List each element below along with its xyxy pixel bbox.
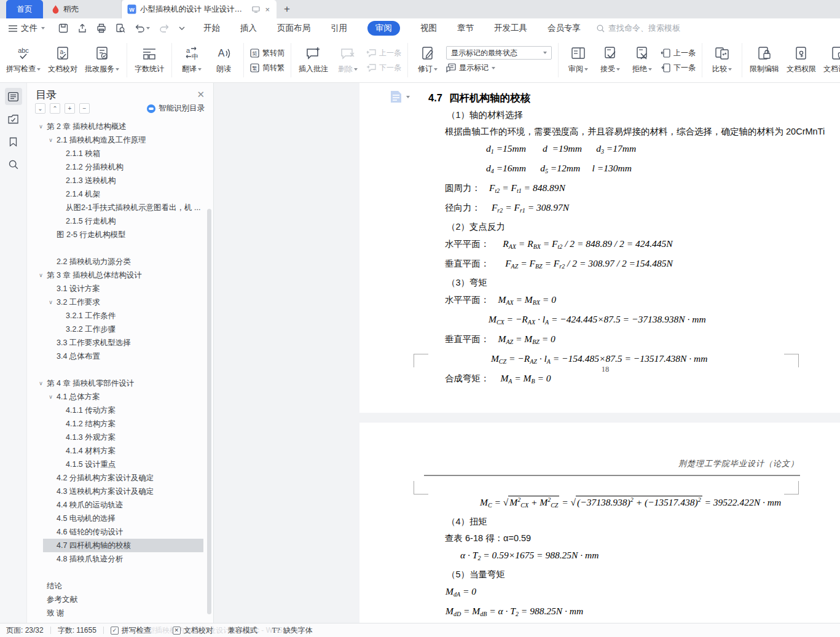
toc-item[interactable]: ∨4.1 总体方案 xyxy=(27,390,213,404)
toc-collapse-caret[interactable]: ∨ xyxy=(38,123,44,130)
toc-item[interactable]: 3.2.2 工作步骤 xyxy=(27,322,213,336)
toc-item[interactable]: 2.1.3 送秧机构 xyxy=(27,174,213,187)
toc-item[interactable]: ∨2.1 插秧机构造及工作原理 xyxy=(27,133,213,147)
prev-comment-button[interactable]: 上一条 xyxy=(366,47,401,60)
compat-mode-indicator[interactable]: 兼容模式 xyxy=(228,625,257,636)
toc-item[interactable]: 2.1.1 秧箱 xyxy=(27,147,213,160)
toc-collapse-caret[interactable]: ∨ xyxy=(48,299,53,305)
show-markup-button[interactable]: 显示标记 xyxy=(446,61,552,74)
track-changes-button[interactable]: 修订 xyxy=(412,40,444,80)
find-pane-button[interactable] xyxy=(5,156,22,173)
file-menu[interactable]: 文件 xyxy=(9,23,45,34)
toc-item[interactable]: ∨第 4 章 插秧机零部件设计 xyxy=(27,377,213,390)
toc-collapse-caret[interactable]: ∨ xyxy=(38,380,44,386)
toc-collapse-caret[interactable]: ∨ xyxy=(38,272,44,278)
trad-to-simp-button[interactable]: 简 繁转简 xyxy=(250,47,285,60)
proofread-button[interactable]: a- 文档校对 xyxy=(44,40,81,80)
redo-button[interactable] xyxy=(159,24,170,33)
prev-change-button[interactable]: 上一条 xyxy=(661,47,696,60)
task-pane-button[interactable] xyxy=(5,111,22,128)
delete-comment-button[interactable]: 删除 xyxy=(332,40,364,80)
toc-item[interactable]: 4.1.4 材料方案 xyxy=(27,444,213,458)
toc-item[interactable]: ∨第 2 章 插秧机结构概述 xyxy=(27,120,213,133)
markup-state-combobox[interactable]: 显示标记的最终状态 xyxy=(446,46,552,60)
menu-item[interactable]: 章节 xyxy=(457,23,474,34)
menu-item[interactable]: 视图 xyxy=(420,23,437,34)
word-count-button[interactable]: 字数统计 xyxy=(131,40,168,80)
missing-fonts-button[interactable]: T? 缺失字体 xyxy=(272,625,313,636)
toc-item[interactable]: 3.3 工作要求机型选择 xyxy=(27,336,213,350)
print-preview-button[interactable] xyxy=(116,23,125,33)
toc-item[interactable]: 4.1.2 结构方案 xyxy=(27,417,213,431)
toc-item[interactable]: 参考文献 xyxy=(27,593,213,606)
toc-item[interactable]: 4.1.5 设计重点 xyxy=(27,458,213,471)
save-button[interactable] xyxy=(58,23,68,33)
toolbar-more-button[interactable] xyxy=(179,26,185,30)
toc-item[interactable]: 4.3 送秧机构方案设计及确定 xyxy=(27,485,213,498)
toc-item[interactable]: 2.1.5 行走机构 xyxy=(27,214,213,228)
read-aloud-button[interactable]: A 朗读 xyxy=(208,40,240,80)
toc-item[interactable]: 结论 xyxy=(27,579,213,593)
export-button[interactable] xyxy=(77,23,87,33)
toc-item[interactable]: 4.5 电动机的选择 xyxy=(27,512,213,525)
expand-all-button[interactable]: ⌄ xyxy=(35,103,45,114)
menu-item[interactable]: 会员专享 xyxy=(548,23,581,34)
next-comment-button[interactable]: 下一条 xyxy=(366,61,401,74)
toc-item[interactable]: ∨第 3 章 插秧机总体结构设计 xyxy=(27,268,213,282)
toc-item[interactable]: 2.1.4 机架 xyxy=(27,187,213,201)
menu-item[interactable]: 开发工具 xyxy=(494,23,527,34)
tab-document[interactable]: W 小型插秧机的设计 毕业设计论文 × xyxy=(122,0,277,18)
doc-permission-button[interactable]: 文档权限 xyxy=(783,40,820,80)
undo-button[interactable] xyxy=(135,24,150,33)
paragraph-handle[interactable] xyxy=(390,90,410,103)
reject-button[interactable]: 拒绝 xyxy=(626,40,658,80)
toc-item[interactable]: 图 2-5 行走机构模型 xyxy=(27,228,213,241)
translate-button[interactable]: a中 翻译 xyxy=(176,40,208,80)
toc-item[interactable]: 2.2 插秧机动力源分类 xyxy=(27,255,213,268)
toc-item[interactable]: 2.1.2 分插秧机构 xyxy=(27,160,213,174)
toc-item[interactable]: 4.1.3 外观方案 xyxy=(27,431,213,444)
bookmark-pane-button[interactable] xyxy=(5,133,22,150)
tab-close-icon[interactable]: × xyxy=(264,5,271,14)
toc-item[interactable]: 3.2.1 工作条件 xyxy=(27,309,213,322)
toc-item[interactable]: 4.6 链轮的传动设计 xyxy=(27,525,213,539)
close-icon[interactable]: ✕ xyxy=(197,89,205,100)
toc-item[interactable]: 3.1 设计方案 xyxy=(27,282,213,295)
zoom-out-toc-button[interactable]: − xyxy=(79,103,90,114)
word-count-indicator[interactable]: 字数: 11655 xyxy=(58,625,96,636)
menu-item[interactable]: 审阅 xyxy=(367,21,400,36)
document-page-18[interactable]: 4.7四杆机构轴的校核（1）轴的材料选择根据曲轴工作的环境，需要强度高，并且容易… xyxy=(359,83,840,413)
doc-certify-button[interactable]: 文档认证 xyxy=(820,40,840,80)
review-pane-button[interactable]: 审阅 xyxy=(562,40,594,80)
print-button[interactable] xyxy=(96,23,106,33)
toc-item[interactable]: 4.4 秧爪的运动轨迹 xyxy=(27,498,213,512)
compare-button[interactable]: 比较 xyxy=(706,40,738,80)
toc-scrollbar[interactable] xyxy=(207,209,211,614)
toc-collapse-caret[interactable]: ∨ xyxy=(48,137,53,143)
spellcheck-button[interactable]: abc 拼写检查 xyxy=(2,40,44,80)
command-search[interactable]: 查找命令、搜索模板 xyxy=(597,23,680,34)
proofread-toggle[interactable]: ✕ 文档校对 xyxy=(173,625,213,636)
accept-button[interactable]: 接受 xyxy=(594,40,626,80)
menu-item[interactable]: 插入 xyxy=(240,23,257,34)
correction-service-button[interactable]: 批改服务 xyxy=(81,40,123,80)
tab-docer[interactable]: 稻壳 xyxy=(43,0,122,18)
toc-item[interactable]: 4.7 四杆机构轴的校核 xyxy=(43,539,203,552)
next-change-button[interactable]: 下一条 xyxy=(661,61,696,74)
toc-item[interactable]: ∨3.2 工作要求 xyxy=(27,295,213,309)
smart-toc-button[interactable]: 智能识别目录 xyxy=(147,103,205,114)
toc-collapse-caret[interactable]: ∨ xyxy=(48,394,53,400)
toc-item[interactable]: 致 谢 xyxy=(27,606,213,620)
toc-pane-button[interactable] xyxy=(5,88,22,105)
toc-item[interactable]: 4.8 插秧爪轨迹分析 xyxy=(27,552,213,566)
toc-item[interactable]: 从图2-1手扶式插秧机示意图看出，机 ... xyxy=(27,201,213,214)
menu-item[interactable]: 引用 xyxy=(331,23,347,34)
document-page-19[interactable]: 荆楚理工学院毕业设计（论文） MC = √M2CX + M2CZ = √(−37… xyxy=(359,423,840,623)
menu-item[interactable]: 页面布局 xyxy=(277,23,310,34)
toc-item[interactable]: 4.1.1 传动方案 xyxy=(27,404,213,417)
insert-comment-button[interactable]: 插入批注 xyxy=(295,40,332,80)
simp-to-trad-button[interactable]: 繁 简转繁 xyxy=(250,61,285,74)
restrict-edit-button[interactable]: 限制编辑 xyxy=(746,40,783,80)
menu-item[interactable]: 开始 xyxy=(203,23,220,34)
zoom-in-toc-button[interactable]: + xyxy=(65,103,75,114)
